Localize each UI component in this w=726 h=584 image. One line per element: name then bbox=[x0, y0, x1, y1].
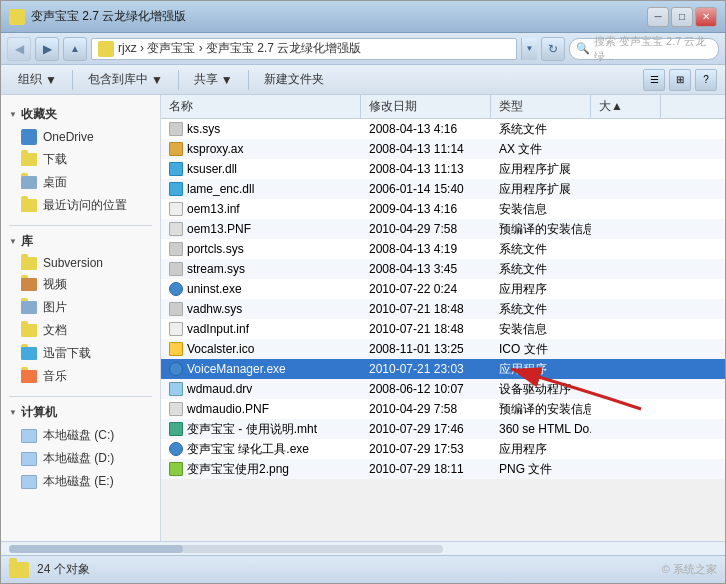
sidebar-item-subversion[interactable]: Subversion bbox=[1, 253, 160, 273]
file-type-cell: 应用程序扩展 bbox=[491, 159, 591, 179]
file-name-cell: stream.sys bbox=[161, 259, 361, 279]
refresh-button[interactable]: ↻ bbox=[541, 37, 565, 61]
file-icon-sys bbox=[169, 122, 183, 136]
sidebar-divider-1 bbox=[9, 225, 152, 226]
minimize-button[interactable]: ─ bbox=[647, 7, 669, 27]
file-name-cell: 变声宝宝 - 使用说明.mht bbox=[161, 419, 361, 439]
sidebar-label-subversion: Subversion bbox=[43, 256, 103, 270]
folder-icon bbox=[21, 301, 37, 314]
file-list[interactable]: ks.sys 2008-04-13 4:16 系统文件 ksproxy.ax 2… bbox=[161, 119, 725, 479]
chevron-icon: ▼ bbox=[9, 110, 17, 119]
table-row[interactable]: lame_enc.dll 2006-01-14 15:40 应用程序扩展 bbox=[161, 179, 725, 199]
file-date-cell: 2010-07-21 23:03 bbox=[361, 359, 491, 379]
sidebar-item-drive-c[interactable]: 本地磁盘 (C:) bbox=[1, 424, 160, 447]
table-row[interactable]: vadhw.sys 2010-07-21 18:48 系统文件 bbox=[161, 299, 725, 319]
file-name: oem13.PNF bbox=[187, 222, 251, 236]
sidebar-favorites-header[interactable]: ▼ 收藏夹 bbox=[1, 103, 160, 126]
sidebar-label-drive-c: 本地磁盘 (C:) bbox=[43, 427, 114, 444]
hscroll-area[interactable] bbox=[1, 541, 725, 555]
col-header-date[interactable]: 修改日期 bbox=[361, 95, 491, 118]
organize-button[interactable]: 组织 ▼ bbox=[9, 68, 66, 92]
file-name-cell: ksproxy.ax bbox=[161, 139, 361, 159]
address-folder-icon bbox=[98, 41, 114, 57]
file-date-cell: 2010-07-29 18:11 bbox=[361, 459, 491, 479]
address-dropdown[interactable]: ▼ bbox=[521, 38, 537, 60]
sidebar-item-drive-d[interactable]: 本地磁盘 (D:) bbox=[1, 447, 160, 470]
view-button-1[interactable]: ☰ bbox=[643, 69, 665, 91]
status-count: 24 个对象 bbox=[37, 561, 90, 578]
file-date-cell: 2009-04-13 4:16 bbox=[361, 199, 491, 219]
table-row[interactable]: wdmaudio.PNF 2010-04-29 7:58 预编译的安装信息 bbox=[161, 399, 725, 419]
col-header-size[interactable]: 大▲ bbox=[591, 95, 661, 118]
sidebar-label-documents: 文档 bbox=[43, 322, 67, 339]
sidebar-computer-header[interactable]: ▼ 计算机 bbox=[1, 401, 160, 424]
file-size-cell bbox=[591, 139, 661, 159]
sidebar-library-header[interactable]: ▼ 库 bbox=[1, 230, 160, 253]
title-bar-icon bbox=[9, 9, 25, 25]
file-type-cell: 系统文件 bbox=[491, 119, 591, 139]
table-row[interactable]: Vocalster.ico 2008-11-01 13:25 ICO 文件 bbox=[161, 339, 725, 359]
folder-icon bbox=[21, 153, 37, 166]
file-date-cell: 2008-04-13 4:19 bbox=[361, 239, 491, 259]
sidebar-item-music[interactable]: 音乐 bbox=[1, 365, 160, 388]
table-row[interactable]: ksproxy.ax 2008-04-13 11:14 AX 文件 bbox=[161, 139, 725, 159]
file-type-cell: 安装信息 bbox=[491, 319, 591, 339]
view-button-2[interactable]: ⊞ bbox=[669, 69, 691, 91]
forward-button[interactable]: ▶ bbox=[35, 37, 59, 61]
sidebar: ▼ 收藏夹 OneDrive 下载 桌面 最近访问的位置 bbox=[1, 95, 161, 541]
chevron-down-icon: ▼ bbox=[45, 73, 57, 87]
file-size-cell bbox=[591, 279, 661, 299]
table-row[interactable]: portcls.sys 2008-04-13 4:19 系统文件 bbox=[161, 239, 725, 259]
table-row[interactable]: vadInput.inf 2010-07-21 18:48 安装信息 bbox=[161, 319, 725, 339]
file-type-cell: 设备驱动程序 bbox=[491, 379, 591, 399]
sidebar-item-recent[interactable]: 最近访问的位置 bbox=[1, 194, 160, 217]
address-bar[interactable]: rjxz › 变声宝宝 › 变声宝宝 2.7 云龙绿化增强版 bbox=[91, 38, 517, 60]
table-row[interactable]: stream.sys 2008-04-13 3:45 系统文件 bbox=[161, 259, 725, 279]
file-size-cell bbox=[591, 299, 661, 319]
sidebar-computer-label: 计算机 bbox=[21, 404, 57, 421]
sidebar-library: ▼ 库 Subversion 视频 图片 文档 bbox=[1, 230, 160, 388]
up-button[interactable]: ▲ bbox=[63, 37, 87, 61]
sidebar-item-video[interactable]: 视频 bbox=[1, 273, 160, 296]
file-name: ks.sys bbox=[187, 122, 220, 136]
sidebar-item-desktop[interactable]: 桌面 bbox=[1, 171, 160, 194]
file-size-cell bbox=[591, 119, 661, 139]
table-row[interactable]: 变声宝宝 - 使用说明.mht 2010-07-29 17:46 360 se … bbox=[161, 419, 725, 439]
file-name-cell: oem13.PNF bbox=[161, 219, 361, 239]
search-box[interactable]: 🔍 搜索 变声宝宝 2.7 云龙绿... bbox=[569, 38, 719, 60]
sidebar-item-documents[interactable]: 文档 bbox=[1, 319, 160, 342]
share-button[interactable]: 共享 ▼ bbox=[185, 68, 242, 92]
file-icon-pnf bbox=[169, 222, 183, 236]
table-row[interactable]: 变声宝宝 绿化工具.exe 2010-07-29 17:53 应用程序 bbox=[161, 439, 725, 459]
sidebar-item-pictures[interactable]: 图片 bbox=[1, 296, 160, 319]
table-row[interactable]: VoiceManager.exe 2010-07-21 23:03 应用程序 bbox=[161, 359, 725, 379]
close-button[interactable]: ✕ bbox=[695, 7, 717, 27]
table-row[interactable]: oem13.inf 2009-04-13 4:16 安装信息 bbox=[161, 199, 725, 219]
drive-icon bbox=[21, 452, 37, 466]
file-size-cell bbox=[591, 439, 661, 459]
file-type-cell: PNG 文件 bbox=[491, 459, 591, 479]
file-icon-ico bbox=[169, 342, 183, 356]
back-button[interactable]: ◀ bbox=[7, 37, 31, 61]
col-header-name[interactable]: 名称 bbox=[161, 95, 361, 118]
sidebar-favorites: ▼ 收藏夹 OneDrive 下载 桌面 最近访问的位置 bbox=[1, 103, 160, 217]
table-row[interactable]: ksuser.dll 2008-04-13 11:13 应用程序扩展 bbox=[161, 159, 725, 179]
sidebar-item-drive-e[interactable]: 本地磁盘 (E:) bbox=[1, 470, 160, 493]
maximize-button[interactable]: □ bbox=[671, 7, 693, 27]
include-library-button[interactable]: 包含到库中 ▼ bbox=[79, 68, 172, 92]
sidebar-item-downloads[interactable]: 下载 bbox=[1, 148, 160, 171]
status-right: © 系统之家 bbox=[662, 562, 717, 577]
table-row[interactable]: ks.sys 2008-04-13 4:16 系统文件 bbox=[161, 119, 725, 139]
col-header-type[interactable]: 类型 bbox=[491, 95, 591, 118]
file-size-cell bbox=[591, 319, 661, 339]
sidebar-item-onedrive[interactable]: OneDrive bbox=[1, 126, 160, 148]
new-folder-button[interactable]: 新建文件夹 bbox=[255, 68, 333, 92]
table-row[interactable]: 变声宝宝使用2.png 2010-07-29 18:11 PNG 文件 bbox=[161, 459, 725, 479]
table-row[interactable]: uninst.exe 2010-07-22 0:24 应用程序 bbox=[161, 279, 725, 299]
sidebar-item-xunlei[interactable]: 迅雷下载 bbox=[1, 342, 160, 365]
help-button[interactable]: ? bbox=[695, 69, 717, 91]
file-list-header: 名称 修改日期 类型 大▲ bbox=[161, 95, 725, 119]
table-row[interactable]: wdmaud.drv 2008-06-12 10:07 设备驱动程序 bbox=[161, 379, 725, 399]
file-size-cell bbox=[591, 259, 661, 279]
table-row[interactable]: oem13.PNF 2010-04-29 7:58 预编译的安装信息 bbox=[161, 219, 725, 239]
